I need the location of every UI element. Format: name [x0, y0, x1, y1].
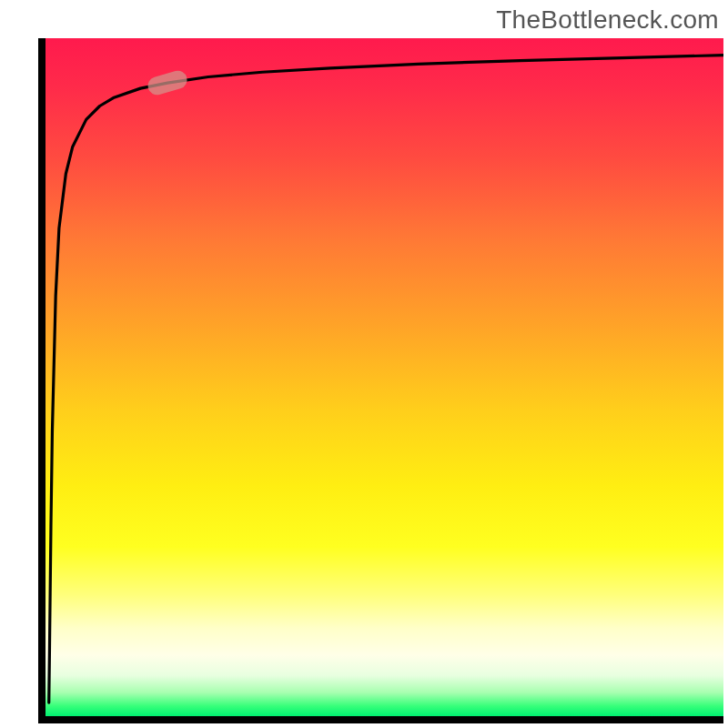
chart-curve-path — [49, 56, 723, 703]
chart-plot-area — [46, 38, 723, 716]
watermark-text: TheBottleneck.com — [496, 5, 719, 35]
chart-frame — [38, 38, 723, 723]
chart-curve-svg — [46, 38, 723, 716]
